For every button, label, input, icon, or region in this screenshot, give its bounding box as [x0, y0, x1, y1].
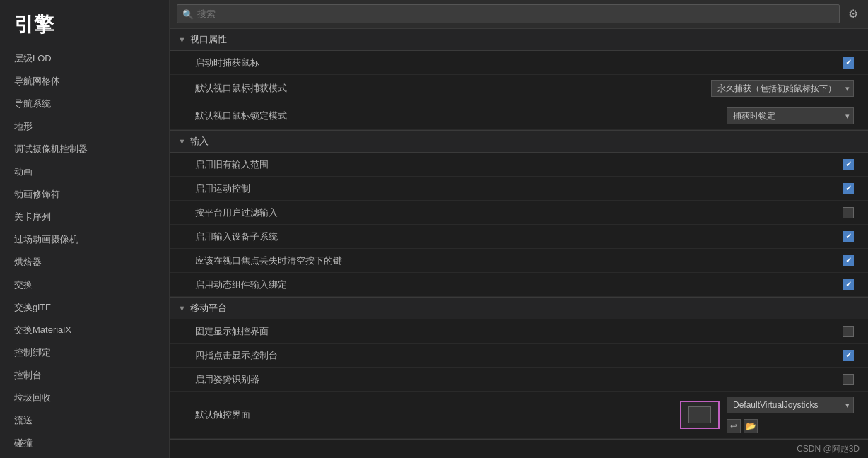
setting-label: 默认视口鼠标捕获模式 [195, 82, 711, 95]
setting-control: DefaultVirtualJoysticks↩📂 [680, 397, 854, 433]
touch-icon-browse[interactable]: 📂 [744, 419, 758, 433]
setting-row: 四指点击显示控制台 [170, 344, 868, 368]
sidebar-item-label: 地形 [14, 120, 33, 133]
sidebar-item-1[interactable]: 导航网格体 [0, 70, 169, 93]
setting-control [843, 326, 854, 337]
sidebar-item-label: 动画 [14, 165, 33, 178]
setting-label: 默认触控界面 [195, 409, 680, 421]
dropdown-wrapper: 捕获时锁定不锁定始终锁定 [727, 107, 854, 124]
search-wrapper: 🔍 [177, 4, 840, 23]
section-header-mobile_platform[interactable]: ▼移动平台 [170, 297, 868, 319]
checkbox[interactable] [843, 279, 854, 290]
sidebar-item-13[interactable]: 控制绑定 [0, 341, 169, 364]
section-arrow: ▼ [178, 137, 186, 146]
section-header-window_props[interactable]: ▼视口属性 [170, 28, 868, 51]
gear-icon[interactable]: ⚙ [845, 4, 861, 23]
checkbox[interactable] [843, 374, 854, 385]
sidebar-item-16[interactable]: 流送 [0, 409, 169, 432]
checkbox[interactable] [843, 231, 854, 242]
touch-interface-control: DefaultVirtualJoysticks↩📂 [680, 397, 854, 433]
setting-row: 启用运动控制 [170, 177, 868, 201]
search-input[interactable] [177, 4, 840, 23]
setting-row: 按平台用户过滤输入 [170, 201, 868, 225]
sidebar-item-7[interactable]: 关卡序列 [0, 206, 169, 228]
main-panel: 🔍 ⚙ ▼视口属性启动时捕获鼠标默认视口鼠标捕获模式永久捕获（包括初始鼠标按下）… [170, 0, 868, 458]
setting-row: 启动时捕获鼠标 [170, 51, 868, 75]
sidebar-item-3[interactable]: 地形 [0, 115, 169, 138]
sidebar-item-18[interactable]: 群集管理器 [0, 454, 169, 458]
setting-label: 应该在视口焦点丢失时清空按下的键 [195, 254, 843, 267]
sidebar-item-17[interactable]: 碰撞 [0, 432, 169, 454]
checkbox[interactable] [843, 326, 854, 337]
touch-icon-row: ↩📂 [727, 419, 854, 433]
setting-row: 默认视口鼠标捕获模式永久捕获（包括初始鼠标按下）不捕获单击时捕获 [170, 75, 868, 102]
sidebar-item-6[interactable]: 动画修饰符 [0, 183, 169, 206]
setting-row: 应该在视口焦点丢失时清空按下的键 [170, 249, 868, 273]
setting-control [843, 207, 854, 218]
sidebar-item-label: 碰撞 [14, 437, 33, 450]
section-header-input[interactable]: ▼输入 [170, 130, 868, 153]
setting-label: 启用动态组件输入绑定 [195, 278, 843, 291]
checkbox[interactable] [843, 57, 854, 69]
setting-label: 启动时捕获鼠标 [195, 57, 843, 69]
setting-control: 捕获时锁定不锁定始终锁定 [727, 107, 854, 124]
sidebar-item-label: 交换glTF [14, 301, 51, 314]
sidebar-item-label: 交换 [14, 278, 33, 291]
dropdown-wrapper: DefaultVirtualJoysticks [727, 397, 854, 413]
setting-label: 按平台用户过滤输入 [195, 206, 843, 219]
section-title: 视口属性 [190, 33, 227, 46]
sidebar-item-label: 控制绑定 [14, 346, 51, 359]
setting-control: 永久捕获（包括初始鼠标按下）不捕获单击时捕获 [711, 80, 854, 97]
checkbox[interactable] [843, 255, 854, 266]
setting-row: 启用姿势识别器 [170, 368, 868, 392]
sidebar-title: 引擎 [0, 0, 169, 47]
sidebar-item-5[interactable]: 动画 [0, 160, 169, 183]
watermark-text: CSDN @阿赵3D [797, 444, 860, 454]
sidebar-item-label: 过场动画摄像机 [14, 233, 78, 246]
touch-thumbnail [680, 401, 720, 429]
sidebar-item-label: 关卡序列 [14, 211, 51, 223]
setting-control [843, 279, 854, 290]
sidebar-item-9[interactable]: 烘焙器 [0, 251, 169, 274]
sidebar-item-12[interactable]: 交换MaterialX [0, 319, 169, 341]
checkbox[interactable] [843, 350, 854, 361]
checkbox[interactable] [843, 183, 854, 194]
sidebar: 引擎 层级LOD导航网格体导航系统地形调试摄像机控制器动画动画修饰符关卡序列过场… [0, 0, 170, 458]
sidebar-item-0[interactable]: 层级LOD [0, 47, 169, 70]
sidebar-item-label: 层级LOD [14, 52, 52, 65]
footer-bar: CSDN @阿赵3D [170, 440, 868, 458]
checkbox[interactable] [843, 159, 854, 170]
setting-label: 固定显示触控界面 [195, 325, 843, 338]
sidebar-item-label: 导航系统 [14, 98, 51, 110]
dropdown-select[interactable]: 永久捕获（包括初始鼠标按下）不捕获单击时捕获 [711, 80, 854, 97]
sidebar-item-label: 导航网格体 [14, 75, 60, 88]
setting-row: 启用动态组件输入绑定 [170, 273, 868, 297]
dropdown-wrapper: 永久捕获（包括初始鼠标按下）不捕获单击时捕获 [711, 80, 854, 97]
setting-label: 启用运动控制 [195, 182, 843, 195]
sidebar-item-label: 烘焙器 [14, 256, 42, 269]
setting-row: 启用输入设备子系统 [170, 225, 868, 249]
sidebar-item-4[interactable]: 调试摄像机控制器 [0, 138, 169, 160]
setting-control [843, 159, 854, 170]
sidebar-item-8[interactable]: 过场动画摄像机 [0, 228, 169, 251]
sidebar-item-11[interactable]: 交换glTF [0, 296, 169, 319]
sidebar-item-label: 控制台 [14, 369, 42, 382]
sidebar-item-15[interactable]: 垃圾回收 [0, 387, 169, 409]
checkbox[interactable] [843, 207, 854, 218]
setting-control [843, 255, 854, 266]
dropdown-select[interactable]: DefaultVirtualJoysticks [727, 397, 854, 413]
settings-content: ▼视口属性启动时捕获鼠标默认视口鼠标捕获模式永久捕获（包括初始鼠标按下）不捕获单… [170, 28, 868, 440]
setting-row: 固定显示触控界面 [170, 319, 868, 344]
search-icon: 🔍 [182, 8, 194, 19]
setting-label: 启用旧有输入范围 [195, 158, 843, 171]
setting-row: 启用旧有输入范围 [170, 153, 868, 177]
section-arrow: ▼ [178, 35, 186, 44]
sidebar-item-label: 调试摄像机控制器 [14, 143, 88, 155]
sidebar-item-10[interactable]: 交换 [0, 274, 169, 296]
sidebar-item-14[interactable]: 控制台 [0, 364, 169, 387]
setting-label: 默认视口鼠标锁定模式 [195, 110, 727, 122]
touch-icon-back[interactable]: ↩ [727, 419, 741, 433]
dropdown-select[interactable]: 捕获时锁定不锁定始终锁定 [727, 107, 854, 124]
sidebar-item-2[interactable]: 导航系统 [0, 93, 169, 115]
touch-right-col: DefaultVirtualJoysticks↩📂 [727, 397, 854, 433]
